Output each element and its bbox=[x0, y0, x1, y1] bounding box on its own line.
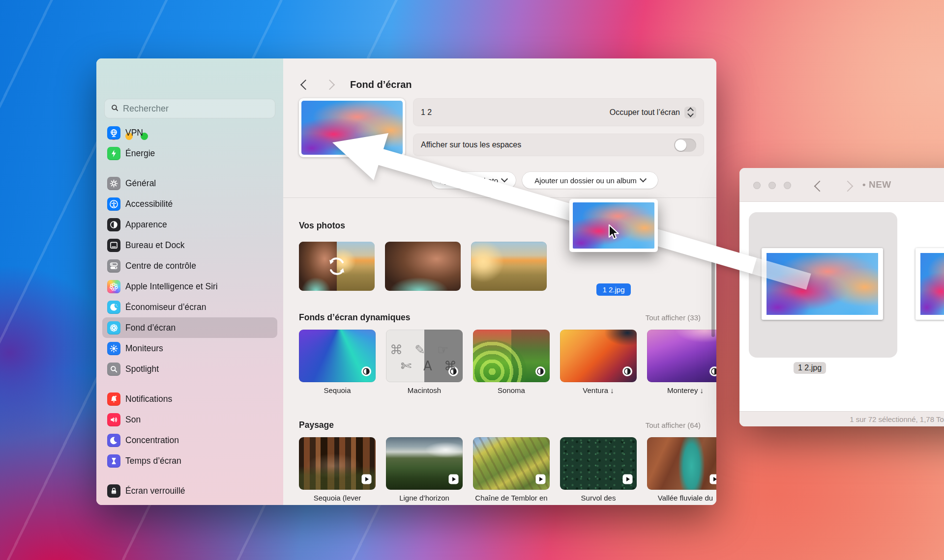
sidebar-item-centre-de-controle[interactable]: Centre de contrôle bbox=[102, 255, 277, 276]
appearance-icon bbox=[107, 218, 120, 231]
desktop-dock-icon bbox=[107, 239, 120, 252]
chevron-down-icon bbox=[640, 175, 647, 182]
photos-thumbnail[interactable] bbox=[299, 242, 375, 291]
finder-window-title: • NEW bbox=[862, 179, 891, 190]
sidebar-item-energie[interactable]: Énergie bbox=[102, 143, 277, 164]
sidebar-item-label: Moniteurs bbox=[125, 343, 163, 354]
wallpaper-icon bbox=[107, 321, 120, 335]
sidebar-item-bureau-et-dock[interactable]: Bureau et Dock bbox=[102, 235, 277, 255]
desktop: Rechercher VPNÉnergieGénéralAccessibilit… bbox=[0, 0, 944, 560]
rotate-arrows-icon bbox=[299, 242, 375, 291]
section-title: Fonds d’écran dynamiques bbox=[299, 312, 411, 323]
sidebar-item-label: Spotlight bbox=[125, 364, 159, 374]
sidebar-item-apple-intelligence-et-siri[interactable]: Apple Intelligence et Siri bbox=[102, 276, 277, 297]
gear-icon bbox=[107, 177, 120, 190]
wallpaper-name: 1 2 bbox=[421, 108, 432, 117]
sidebar-item-label: VPN bbox=[125, 128, 143, 138]
search-icon bbox=[111, 104, 119, 114]
sidebar-item-temps-d-ecran[interactable]: Temps d’écran bbox=[102, 450, 277, 471]
sidebar-item-label: Apple Intelligence et Siri bbox=[125, 281, 218, 292]
sidebar-item-concentration[interactable]: Concentration bbox=[102, 430, 277, 450]
sidebar-item-accessibilite[interactable]: Accessibilité bbox=[102, 194, 277, 214]
show-all-link[interactable]: Tout afficher (64) bbox=[646, 421, 701, 429]
finder-file-thumbnail-2[interactable] bbox=[915, 248, 944, 320]
sidebar-item-notifications[interactable]: Notifications bbox=[102, 389, 277, 409]
video-play-badge bbox=[535, 474, 546, 486]
thumbnail-label: Vallée fluviale du bbox=[647, 494, 716, 502]
landscape-thumbnail-vallee-fluviale-du[interactable] bbox=[647, 437, 716, 490]
thumbnail-label: Chaîne de Temblor en bbox=[473, 494, 550, 502]
current-wallpaper-preview bbox=[299, 98, 405, 157]
settings-sidebar: Rechercher VPNÉnergieGénéralAccessibilit… bbox=[96, 58, 284, 505]
close-button[interactable] bbox=[753, 182, 761, 189]
forward-button[interactable] bbox=[324, 79, 335, 89]
sidebar-item-label: Général bbox=[125, 178, 156, 189]
zoom-button[interactable] bbox=[784, 182, 791, 189]
dynamics-thumbnail-sequoia[interactable] bbox=[299, 330, 376, 382]
scrollbar-thumb[interactable] bbox=[711, 259, 715, 337]
dynamics-thumbnail-ventura[interactable] bbox=[560, 330, 637, 382]
video-play-badge bbox=[709, 474, 716, 486]
search-input[interactable]: Rechercher bbox=[104, 99, 275, 118]
landscape-thumbnail-sequoia-lever[interactable] bbox=[299, 437, 376, 490]
sidebar-item-vpn[interactable]: VPN bbox=[102, 122, 277, 143]
sidebar-item-label: Apparence bbox=[125, 220, 167, 230]
photos-thumbnail[interactable] bbox=[385, 242, 461, 291]
video-play-badge bbox=[622, 474, 633, 486]
add-folder-button[interactable]: Ajouter un dossier ou un album bbox=[522, 172, 658, 189]
dynamics-thumbnail-monterey[interactable] bbox=[647, 330, 716, 382]
show-all-link[interactable]: Tout afficher (33) bbox=[646, 313, 701, 322]
dragged-file-label: 1 2.jpg bbox=[596, 283, 631, 296]
bell-icon bbox=[107, 392, 120, 406]
sidebar-item-apparence[interactable]: Apparence bbox=[102, 214, 277, 235]
all-spaces-toggle[interactable] bbox=[674, 139, 696, 152]
dynamics-thumbnail-sonoma[interactable] bbox=[473, 330, 550, 382]
chevron-down-icon bbox=[501, 175, 508, 182]
section-landscape: PaysageTout afficher (64)Sequoia (leverL… bbox=[299, 420, 716, 502]
file-image bbox=[767, 253, 878, 315]
section-title: Vos photos bbox=[299, 221, 345, 231]
finder-content: 1 2.jpg bbox=[739, 202, 944, 412]
fill-mode-value: Occuper tout l’écran bbox=[610, 108, 680, 117]
file-image bbox=[920, 253, 944, 315]
sidebar-item-spotlight[interactable]: Spotlight bbox=[102, 359, 277, 379]
finder-file-thumbnail[interactable] bbox=[762, 248, 883, 320]
back-button[interactable] bbox=[300, 79, 311, 89]
sidebar-item-general[interactable]: Général bbox=[102, 173, 277, 194]
wallpaper-name-row: 1 2 Occuper tout l’écran bbox=[413, 98, 704, 126]
search-placeholder: Rechercher bbox=[123, 104, 169, 114]
sidebar-group: VPNÉnergie bbox=[102, 122, 277, 164]
add-photo-button[interactable]: Ajouter une photo bbox=[431, 172, 516, 189]
settings-window: Rechercher VPNÉnergieGénéralAccessibilit… bbox=[96, 58, 716, 505]
landscape-thumbnail-ligne-d-horizon[interactable] bbox=[386, 437, 463, 490]
screensaver-icon bbox=[107, 301, 120, 314]
all-spaces-label: Afficher sur tous les espaces bbox=[421, 140, 521, 149]
landscape-thumbnail-survol-des[interactable] bbox=[560, 437, 637, 490]
sidebar-group: Écran verrouillé bbox=[102, 480, 277, 501]
current-wallpaper-image bbox=[301, 101, 403, 155]
sidebar-item-label: Fond d’écran bbox=[125, 323, 176, 333]
sidebar-item-fond-d-ecran[interactable]: Fond d’écran bbox=[102, 317, 277, 338]
lock-icon bbox=[107, 484, 120, 498]
hourglass-icon bbox=[107, 454, 120, 468]
sidebar-item-label: Centre de contrôle bbox=[125, 261, 196, 271]
sidebar-item-label: Temps d’écran bbox=[125, 456, 181, 466]
sidebar-item-son[interactable]: Son bbox=[102, 409, 277, 430]
sidebar-item-label: Accessibilité bbox=[125, 199, 173, 209]
sidebar-item-economiseur-d-ecran[interactable]: Économiseur d’écran bbox=[102, 297, 277, 317]
fill-mode-select[interactable]: Occuper tout l’écran bbox=[610, 107, 696, 118]
finder-titlebar: • NEW bbox=[739, 168, 944, 202]
finder-status-bar: 1 sur 72 sélectionné, 1,78 To bbox=[739, 411, 944, 426]
sidebar-item-moniteurs[interactable]: Moniteurs bbox=[102, 338, 277, 359]
sidebar-item-label: Énergie bbox=[125, 148, 155, 159]
finder-window: • NEW 1 2.jpg 1 sur 72 sélectionné, 1,78… bbox=[739, 168, 944, 426]
sidebar-item-ecran-verrouille[interactable]: Écran verrouillé bbox=[102, 480, 277, 501]
dynamic-wallpaper-badge bbox=[709, 366, 716, 379]
thumbnail-label: Sequoia (lever bbox=[299, 494, 376, 502]
dynamics-thumbnail-macintosh[interactable] bbox=[386, 330, 463, 382]
photos-thumbnail[interactable] bbox=[471, 242, 547, 291]
minimize-button[interactable] bbox=[768, 182, 776, 189]
landscape-thumbnail-chaine-de-temblor-en[interactable] bbox=[473, 437, 550, 490]
forward-button[interactable] bbox=[842, 181, 854, 192]
back-button[interactable] bbox=[814, 181, 826, 192]
